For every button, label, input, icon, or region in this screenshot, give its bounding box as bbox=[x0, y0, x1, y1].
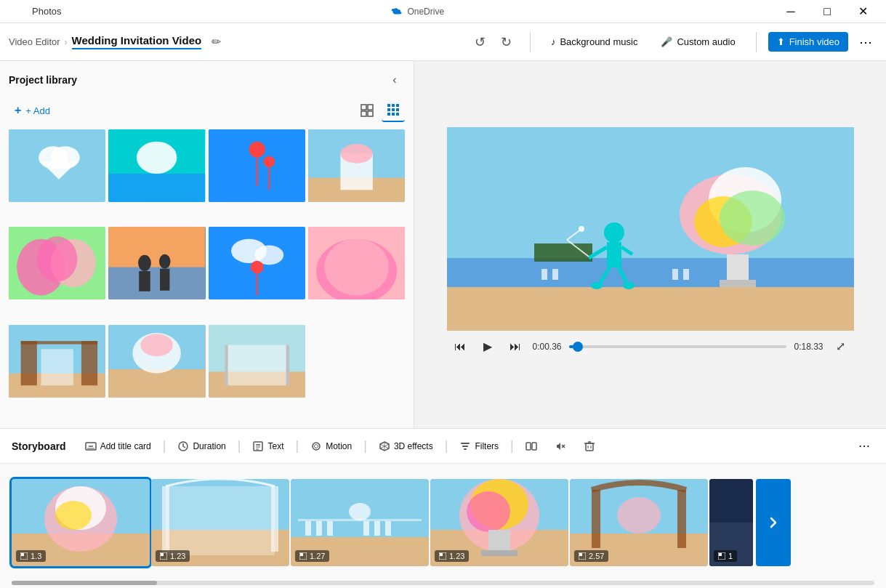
list-view-button[interactable] bbox=[382, 99, 405, 122]
media-item[interactable] bbox=[9, 325, 105, 398]
progress-thumb[interactable] bbox=[573, 342, 583, 352]
storyboard-clip[interactable]: 2.57 bbox=[570, 479, 708, 566]
progress-track[interactable] bbox=[569, 345, 787, 348]
svg-rect-71 bbox=[720, 280, 756, 287]
custom-audio-button[interactable]: 🎤 Custom audio bbox=[652, 32, 744, 52]
storyboard-clip[interactable]: 1.27 bbox=[291, 479, 429, 566]
undo-redo-group: ↺ ↻ bbox=[469, 31, 518, 54]
svg-rect-152 bbox=[677, 490, 686, 548]
remove-audio-button[interactable] bbox=[547, 437, 573, 456]
background-music-button[interactable]: ♪ Background music bbox=[542, 32, 646, 52]
delete-icon bbox=[584, 440, 595, 452]
delete-clip-button[interactable] bbox=[576, 437, 603, 456]
skip-forward-button[interactable]: ⏭ bbox=[505, 337, 525, 357]
play-button[interactable]: ▶ bbox=[478, 337, 498, 357]
breadcrumb-parent[interactable]: Video Editor bbox=[9, 36, 60, 47]
svg-rect-131 bbox=[305, 521, 311, 536]
separator-2: | bbox=[238, 438, 241, 454]
svg-point-23 bbox=[263, 156, 275, 168]
image-icon bbox=[299, 552, 307, 560]
image-icon bbox=[718, 552, 725, 560]
separator-4: | bbox=[363, 438, 367, 454]
3d-effects-button[interactable]: 3D effects bbox=[371, 437, 440, 456]
onedrive-label: OneDrive bbox=[407, 7, 444, 17]
storyboard-clip[interactable]: 1 bbox=[709, 479, 753, 566]
svg-rect-3 bbox=[368, 111, 373, 116]
svg-rect-145 bbox=[488, 530, 510, 552]
add-title-card-button[interactable]: Add title card bbox=[78, 437, 158, 456]
media-item[interactable] bbox=[108, 227, 205, 299]
breadcrumb: Video Editor › Wedding Invitation Video … bbox=[9, 34, 469, 49]
media-item[interactable] bbox=[9, 227, 105, 299]
title-bar-left: Photos bbox=[6, 1, 61, 22]
svg-point-19 bbox=[137, 142, 177, 174]
redo-button[interactable]: ↻ bbox=[495, 31, 518, 54]
text-button[interactable]: Text bbox=[245, 437, 291, 456]
svg-rect-83 bbox=[541, 269, 547, 280]
storyboard-more-button[interactable]: ⋯ bbox=[854, 436, 874, 456]
media-item[interactable] bbox=[308, 227, 405, 299]
grid-large-icon bbox=[361, 104, 374, 117]
app-bar: Video Editor › Wedding Invitation Video … bbox=[0, 23, 886, 61]
finish-video-label: Finish video bbox=[789, 36, 839, 47]
storyboard-clip[interactable]: 1.23 bbox=[430, 479, 568, 566]
motion-button[interactable]: Motion bbox=[303, 437, 359, 456]
svg-point-118 bbox=[55, 501, 92, 530]
export-icon: ⬆ bbox=[777, 36, 785, 47]
svg-point-72 bbox=[604, 222, 624, 243]
minimize-button[interactable]: ─ bbox=[774, 0, 808, 23]
svg-rect-120 bbox=[21, 553, 24, 556]
maximize-button[interactable]: □ bbox=[810, 0, 844, 23]
duration-label: Duration bbox=[193, 441, 225, 451]
svg-rect-60 bbox=[225, 345, 227, 385]
separator-6: | bbox=[510, 438, 514, 454]
svg-rect-105 bbox=[526, 443, 531, 450]
duration-button[interactable]: Duration bbox=[170, 437, 233, 456]
svg-rect-49 bbox=[21, 341, 37, 385]
svg-point-78 bbox=[591, 282, 603, 289]
media-item[interactable] bbox=[108, 129, 205, 202]
media-item[interactable] bbox=[209, 227, 305, 299]
scrollbar-thumb[interactable] bbox=[12, 581, 157, 585]
split-button[interactable] bbox=[518, 437, 544, 456]
remove-audio-icon bbox=[555, 440, 566, 452]
svg-point-82 bbox=[579, 226, 584, 232]
back-button[interactable] bbox=[6, 1, 26, 22]
collapse-button[interactable]: ‹ bbox=[384, 70, 405, 90]
storyboard-clip[interactable]: 1.23 bbox=[151, 479, 289, 566]
horizontal-scrollbar[interactable] bbox=[12, 581, 874, 585]
svg-rect-2 bbox=[361, 111, 366, 116]
svg-rect-102 bbox=[461, 443, 470, 444]
add-title-card-icon bbox=[85, 440, 97, 452]
svg-rect-0 bbox=[361, 105, 366, 110]
media-item[interactable] bbox=[108, 325, 205, 398]
svg-rect-159 bbox=[719, 553, 722, 556]
skip-back-button[interactable]: ⏮ bbox=[450, 337, 470, 357]
svg-rect-155 bbox=[579, 553, 582, 556]
add-media-button[interactable]: + + Add bbox=[9, 101, 56, 120]
edit-title-icon[interactable]: ✏ bbox=[212, 35, 221, 49]
current-time: 0:00.36 bbox=[533, 342, 562, 352]
media-item[interactable] bbox=[9, 129, 105, 202]
close-button[interactable]: ✕ bbox=[847, 0, 880, 23]
next-clip-button[interactable] bbox=[756, 479, 791, 566]
motion-icon bbox=[310, 440, 322, 452]
undo-button[interactable]: ↺ bbox=[469, 31, 492, 54]
filters-button[interactable]: Filters bbox=[452, 437, 506, 456]
media-item[interactable] bbox=[209, 325, 305, 398]
svg-rect-86 bbox=[683, 269, 689, 280]
media-item[interactable] bbox=[308, 129, 405, 202]
storyboard-clip[interactable]: 1.3 bbox=[12, 479, 150, 566]
svg-rect-148 bbox=[440, 553, 443, 556]
grid-view-button[interactable] bbox=[355, 99, 379, 122]
project-library-title: Project library bbox=[9, 74, 77, 86]
finish-video-button[interactable]: ⬆ Finish video bbox=[768, 32, 848, 52]
project-library-header: Project library ‹ bbox=[9, 70, 405, 90]
add-label: + Add bbox=[25, 105, 50, 116]
separator-5: | bbox=[445, 438, 448, 454]
more-options-button[interactable]: ⋯ bbox=[854, 31, 877, 54]
fullscreen-button[interactable]: ⤢ bbox=[831, 337, 851, 357]
media-item[interactable] bbox=[209, 129, 305, 202]
svg-rect-59 bbox=[225, 345, 289, 385]
svg-rect-64 bbox=[447, 287, 854, 331]
